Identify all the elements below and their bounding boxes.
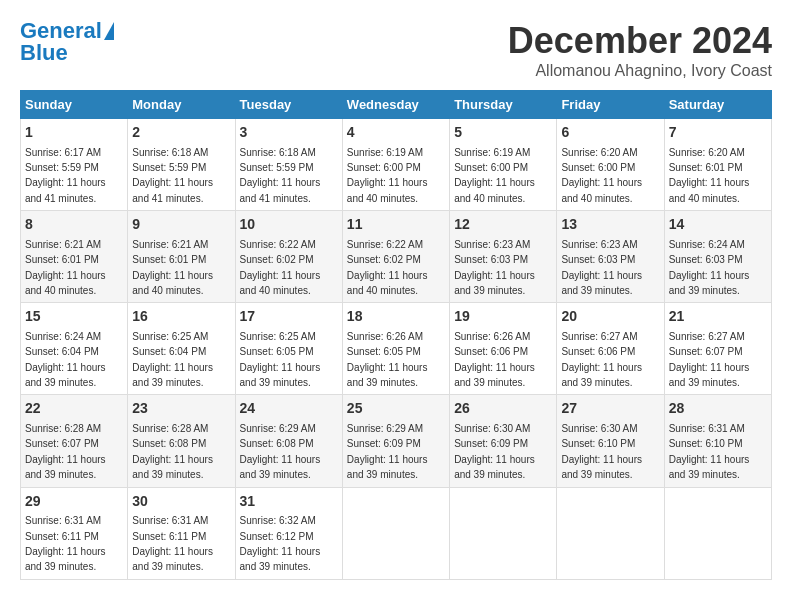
day-number: 16	[132, 307, 230, 327]
day-number: 1	[25, 123, 123, 143]
calendar-cell: 15Sunrise: 6:24 AMSunset: 6:04 PMDayligh…	[21, 303, 128, 395]
day-info: Sunrise: 6:26 AMSunset: 6:05 PMDaylight:…	[347, 331, 428, 388]
calendar-cell: 21Sunrise: 6:27 AMSunset: 6:07 PMDayligh…	[664, 303, 771, 395]
header-monday: Monday	[128, 91, 235, 119]
calendar-cell: 20Sunrise: 6:27 AMSunset: 6:06 PMDayligh…	[557, 303, 664, 395]
day-number: 21	[669, 307, 767, 327]
day-info: Sunrise: 6:21 AMSunset: 6:01 PMDaylight:…	[25, 239, 106, 296]
day-info: Sunrise: 6:19 AMSunset: 6:00 PMDaylight:…	[454, 147, 535, 204]
header-wednesday: Wednesday	[342, 91, 449, 119]
day-number: 18	[347, 307, 445, 327]
day-number: 14	[669, 215, 767, 235]
day-info: Sunrise: 6:26 AMSunset: 6:06 PMDaylight:…	[454, 331, 535, 388]
day-number: 31	[240, 492, 338, 512]
day-info: Sunrise: 6:32 AMSunset: 6:12 PMDaylight:…	[240, 515, 321, 572]
calendar-cell: 27Sunrise: 6:30 AMSunset: 6:10 PMDayligh…	[557, 395, 664, 487]
header: General Blue December 2024 Allomanou Aha…	[20, 20, 772, 80]
calendar-cell: 13Sunrise: 6:23 AMSunset: 6:03 PMDayligh…	[557, 211, 664, 303]
calendar-cell: 11Sunrise: 6:22 AMSunset: 6:02 PMDayligh…	[342, 211, 449, 303]
calendar-cell: 17Sunrise: 6:25 AMSunset: 6:05 PMDayligh…	[235, 303, 342, 395]
day-number: 25	[347, 399, 445, 419]
day-info: Sunrise: 6:19 AMSunset: 6:00 PMDaylight:…	[347, 147, 428, 204]
logo: General Blue	[20, 20, 114, 64]
calendar-week-row: 29Sunrise: 6:31 AMSunset: 6:11 PMDayligh…	[21, 487, 772, 579]
calendar-week-row: 8Sunrise: 6:21 AMSunset: 6:01 PMDaylight…	[21, 211, 772, 303]
calendar-cell: 19Sunrise: 6:26 AMSunset: 6:06 PMDayligh…	[450, 303, 557, 395]
day-info: Sunrise: 6:25 AMSunset: 6:04 PMDaylight:…	[132, 331, 213, 388]
day-info: Sunrise: 6:29 AMSunset: 6:09 PMDaylight:…	[347, 423, 428, 480]
day-info: Sunrise: 6:24 AMSunset: 6:03 PMDaylight:…	[669, 239, 750, 296]
day-number: 10	[240, 215, 338, 235]
calendar-cell: 23Sunrise: 6:28 AMSunset: 6:08 PMDayligh…	[128, 395, 235, 487]
calendar-cell	[450, 487, 557, 579]
day-info: Sunrise: 6:17 AMSunset: 5:59 PMDaylight:…	[25, 147, 106, 204]
day-info: Sunrise: 6:28 AMSunset: 6:07 PMDaylight:…	[25, 423, 106, 480]
day-info: Sunrise: 6:25 AMSunset: 6:05 PMDaylight:…	[240, 331, 321, 388]
header-friday: Friday	[557, 91, 664, 119]
logo-blue: Blue	[20, 42, 68, 64]
day-info: Sunrise: 6:29 AMSunset: 6:08 PMDaylight:…	[240, 423, 321, 480]
calendar-cell: 28Sunrise: 6:31 AMSunset: 6:10 PMDayligh…	[664, 395, 771, 487]
calendar-cell	[557, 487, 664, 579]
calendar-cell: 6Sunrise: 6:20 AMSunset: 6:00 PMDaylight…	[557, 119, 664, 211]
day-info: Sunrise: 6:31 AMSunset: 6:10 PMDaylight:…	[669, 423, 750, 480]
header-tuesday: Tuesday	[235, 91, 342, 119]
calendar-table: SundayMondayTuesdayWednesdayThursdayFrid…	[20, 90, 772, 580]
day-number: 15	[25, 307, 123, 327]
calendar-header-row: SundayMondayTuesdayWednesdayThursdayFrid…	[21, 91, 772, 119]
calendar-cell: 31Sunrise: 6:32 AMSunset: 6:12 PMDayligh…	[235, 487, 342, 579]
logo-triangle-icon	[104, 22, 114, 40]
header-sunday: Sunday	[21, 91, 128, 119]
day-number: 20	[561, 307, 659, 327]
day-info: Sunrise: 6:20 AMSunset: 6:00 PMDaylight:…	[561, 147, 642, 204]
day-info: Sunrise: 6:22 AMSunset: 6:02 PMDaylight:…	[347, 239, 428, 296]
day-info: Sunrise: 6:20 AMSunset: 6:01 PMDaylight:…	[669, 147, 750, 204]
calendar-cell: 26Sunrise: 6:30 AMSunset: 6:09 PMDayligh…	[450, 395, 557, 487]
day-number: 27	[561, 399, 659, 419]
day-number: 23	[132, 399, 230, 419]
calendar-cell: 12Sunrise: 6:23 AMSunset: 6:03 PMDayligh…	[450, 211, 557, 303]
day-info: Sunrise: 6:31 AMSunset: 6:11 PMDaylight:…	[132, 515, 213, 572]
calendar-cell: 8Sunrise: 6:21 AMSunset: 6:01 PMDaylight…	[21, 211, 128, 303]
day-number: 8	[25, 215, 123, 235]
calendar-cell: 4Sunrise: 6:19 AMSunset: 6:00 PMDaylight…	[342, 119, 449, 211]
day-info: Sunrise: 6:30 AMSunset: 6:10 PMDaylight:…	[561, 423, 642, 480]
calendar-cell	[342, 487, 449, 579]
calendar-cell: 18Sunrise: 6:26 AMSunset: 6:05 PMDayligh…	[342, 303, 449, 395]
calendar-cell: 25Sunrise: 6:29 AMSunset: 6:09 PMDayligh…	[342, 395, 449, 487]
calendar-cell: 22Sunrise: 6:28 AMSunset: 6:07 PMDayligh…	[21, 395, 128, 487]
day-info: Sunrise: 6:30 AMSunset: 6:09 PMDaylight:…	[454, 423, 535, 480]
day-info: Sunrise: 6:23 AMSunset: 6:03 PMDaylight:…	[454, 239, 535, 296]
day-number: 2	[132, 123, 230, 143]
calendar-cell: 30Sunrise: 6:31 AMSunset: 6:11 PMDayligh…	[128, 487, 235, 579]
day-info: Sunrise: 6:27 AMSunset: 6:07 PMDaylight:…	[669, 331, 750, 388]
calendar-week-row: 22Sunrise: 6:28 AMSunset: 6:07 PMDayligh…	[21, 395, 772, 487]
day-info: Sunrise: 6:21 AMSunset: 6:01 PMDaylight:…	[132, 239, 213, 296]
day-info: Sunrise: 6:28 AMSunset: 6:08 PMDaylight:…	[132, 423, 213, 480]
day-number: 24	[240, 399, 338, 419]
calendar-cell: 3Sunrise: 6:18 AMSunset: 5:59 PMDaylight…	[235, 119, 342, 211]
day-number: 6	[561, 123, 659, 143]
calendar-cell: 29Sunrise: 6:31 AMSunset: 6:11 PMDayligh…	[21, 487, 128, 579]
location-subtitle: Allomanou Ahagnino, Ivory Coast	[508, 62, 772, 80]
header-thursday: Thursday	[450, 91, 557, 119]
calendar-cell: 1Sunrise: 6:17 AMSunset: 5:59 PMDaylight…	[21, 119, 128, 211]
day-number: 9	[132, 215, 230, 235]
day-number: 5	[454, 123, 552, 143]
calendar-cell: 24Sunrise: 6:29 AMSunset: 6:08 PMDayligh…	[235, 395, 342, 487]
day-number: 11	[347, 215, 445, 235]
day-info: Sunrise: 6:23 AMSunset: 6:03 PMDaylight:…	[561, 239, 642, 296]
calendar-cell	[664, 487, 771, 579]
day-number: 22	[25, 399, 123, 419]
day-number: 7	[669, 123, 767, 143]
calendar-cell: 14Sunrise: 6:24 AMSunset: 6:03 PMDayligh…	[664, 211, 771, 303]
day-number: 3	[240, 123, 338, 143]
day-number: 12	[454, 215, 552, 235]
day-number: 19	[454, 307, 552, 327]
calendar-cell: 10Sunrise: 6:22 AMSunset: 6:02 PMDayligh…	[235, 211, 342, 303]
day-number: 30	[132, 492, 230, 512]
day-number: 17	[240, 307, 338, 327]
calendar-cell: 5Sunrise: 6:19 AMSunset: 6:00 PMDaylight…	[450, 119, 557, 211]
day-info: Sunrise: 6:24 AMSunset: 6:04 PMDaylight:…	[25, 331, 106, 388]
day-number: 28	[669, 399, 767, 419]
